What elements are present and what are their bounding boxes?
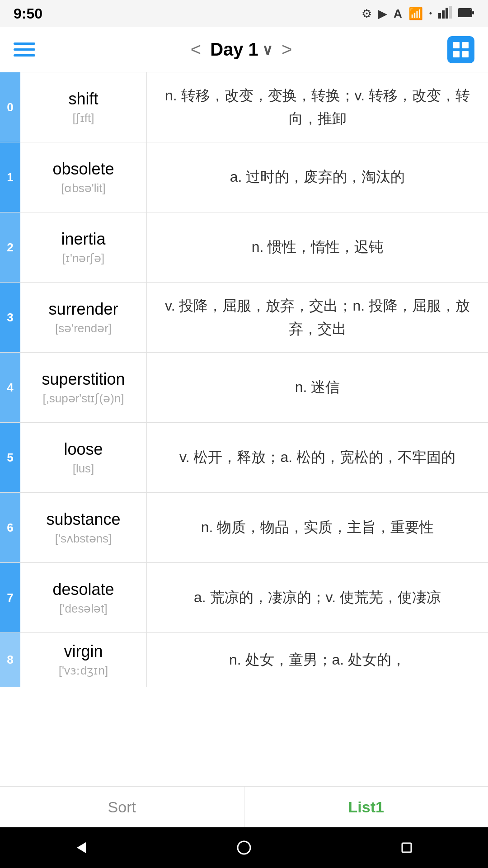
word-english-5: loose bbox=[64, 440, 103, 459]
svg-rect-3 bbox=[449, 6, 452, 19]
row-index-4: 4 bbox=[0, 353, 20, 422]
word-phonetic-3: [sə'rendər] bbox=[55, 321, 112, 335]
word-phonetic-8: ['vɜːdʒɪn] bbox=[59, 664, 108, 678]
word-phonetic-5: [lus] bbox=[73, 462, 94, 476]
tab-row: Sort List1 bbox=[0, 787, 488, 827]
table-row[interactable]: 5 loose [lus] v. 松开，释放；a. 松的，宽松的，不牢固的 bbox=[0, 423, 488, 493]
word-cell-1: obsolete [ɑbsə'lit] bbox=[20, 142, 147, 212]
table-row[interactable]: 3 surrender [sə'rendər] v. 投降，屈服，放弃，交出；n… bbox=[0, 283, 488, 353]
nav-center: < Day 1 ∨ > bbox=[186, 39, 296, 60]
row-index-0: 0 bbox=[0, 72, 20, 142]
word-phonetic-2: [ɪ'nərʃə] bbox=[62, 251, 105, 265]
status-icons: ⚙ ▶ A 📶 • bbox=[361, 6, 474, 22]
svg-rect-7 bbox=[453, 42, 460, 48]
svg-rect-1 bbox=[442, 10, 445, 19]
table-row[interactable]: 1 obsolete [ɑbsə'lit] a. 过时的，废弃的，淘汰的 bbox=[0, 142, 488, 212]
table-row[interactable]: 2 inertia [ɪ'nərʃə] n. 惯性，惰性，迟钝 bbox=[0, 212, 488, 283]
battery-icon bbox=[458, 7, 474, 21]
back-button[interactable] bbox=[68, 834, 95, 861]
play-icon: ▶ bbox=[378, 7, 387, 21]
word-definition-1: a. 过时的，废弃的，淘汰的 bbox=[147, 142, 488, 212]
status-time: 9:50 bbox=[14, 5, 42, 22]
grid-view-button[interactable] bbox=[447, 36, 474, 63]
word-phonetic-7: ['desələt] bbox=[59, 602, 107, 616]
row-index-6: 6 bbox=[0, 493, 20, 562]
nav-title: Day 1 ∨ bbox=[210, 39, 272, 60]
row-index-8: 8 bbox=[0, 633, 20, 687]
word-definition-7: a. 荒凉的，凄凉的；v. 使荒芜，使凄凉 bbox=[147, 563, 488, 632]
list1-tab[interactable]: List1 bbox=[244, 787, 488, 827]
signal-icon bbox=[438, 6, 452, 22]
wifi-icon: 📶 bbox=[408, 7, 423, 21]
next-button[interactable]: > bbox=[277, 39, 296, 60]
word-english-6: substance bbox=[46, 510, 120, 529]
word-cell-8: virgin ['vɜːdʒɪn] bbox=[20, 633, 147, 687]
row-index-2: 2 bbox=[0, 212, 20, 282]
prev-button[interactable]: < bbox=[186, 39, 206, 60]
home-button[interactable] bbox=[230, 834, 258, 861]
table-row[interactable]: 8 virgin ['vɜːdʒɪn] n. 处女，童男；a. 处女的， bbox=[0, 633, 488, 687]
svg-rect-8 bbox=[462, 42, 469, 48]
row-index-5: 5 bbox=[0, 423, 20, 492]
word-cell-5: loose [lus] bbox=[20, 423, 147, 492]
word-definition-2: n. 惯性，惰性，迟钝 bbox=[147, 212, 488, 282]
svg-rect-5 bbox=[459, 9, 471, 16]
svg-rect-10 bbox=[462, 51, 469, 57]
word-definition-8: n. 处女，童男；a. 处女的， bbox=[147, 633, 488, 687]
word-cell-6: substance ['sʌbstəns] bbox=[20, 493, 147, 562]
svg-marker-11 bbox=[77, 842, 86, 853]
word-phonetic-1: [ɑbsə'lit] bbox=[61, 181, 106, 195]
word-cell-4: superstition [ˌsupər'stɪʃ(ə)n] bbox=[20, 353, 147, 422]
font-icon: A bbox=[394, 7, 402, 21]
word-english-1: obsolete bbox=[52, 160, 114, 179]
dot-icon: • bbox=[429, 9, 432, 19]
word-cell-2: inertia [ɪ'nərʃə] bbox=[20, 212, 147, 282]
svg-rect-2 bbox=[446, 8, 448, 19]
word-definition-4: n. 迷信 bbox=[147, 353, 488, 422]
svg-rect-9 bbox=[453, 51, 460, 57]
menu-button[interactable] bbox=[14, 42, 35, 57]
svg-rect-13 bbox=[402, 843, 411, 852]
word-phonetic-6: ['sʌbstəns] bbox=[55, 532, 112, 546]
word-english-7: desolate bbox=[52, 580, 114, 599]
row-index-1: 1 bbox=[0, 142, 20, 212]
word-phonetic-4: [ˌsupər'stɪʃ(ə)n] bbox=[43, 392, 124, 406]
gear-icon: ⚙ bbox=[361, 7, 372, 21]
row-index-7: 7 bbox=[0, 563, 20, 632]
bottom-bar: Sort List1 bbox=[0, 786, 488, 868]
word-english-8: virgin bbox=[64, 642, 103, 661]
table-row[interactable]: 0 shift [ʃɪft] n. 转移，改变，变换，转换；v. 转移，改变，转… bbox=[0, 72, 488, 142]
sort-tab[interactable]: Sort bbox=[0, 787, 244, 827]
word-definition-5: v. 松开，释放；a. 松的，宽松的，不牢固的 bbox=[147, 423, 488, 492]
word-cell-7: desolate ['desələt] bbox=[20, 563, 147, 632]
word-english-3: surrender bbox=[48, 300, 118, 319]
word-english-2: inertia bbox=[61, 230, 105, 249]
row-index-3: 3 bbox=[0, 283, 20, 352]
table-row[interactable]: 7 desolate ['desələt] a. 荒凉的，凄凉的；v. 使荒芜，… bbox=[0, 563, 488, 633]
chevron-down-icon: ∨ bbox=[262, 41, 272, 58]
word-definition-0: n. 转移，改变，变换，转换；v. 转移，改变，转向，推卸 bbox=[147, 72, 488, 142]
android-nav-bar bbox=[0, 827, 488, 868]
svg-rect-6 bbox=[472, 11, 474, 14]
word-cell-3: surrender [sə'rendər] bbox=[20, 283, 147, 352]
table-row[interactable]: 4 superstition [ˌsupər'stɪʃ(ə)n] n. 迷信 bbox=[0, 353, 488, 423]
word-cell-0: shift [ʃɪft] bbox=[20, 72, 147, 142]
word-definition-6: n. 物质，物品，实质，主旨，重要性 bbox=[147, 493, 488, 562]
table-row[interactable]: 6 substance ['sʌbstəns] n. 物质，物品，实质，主旨，重… bbox=[0, 493, 488, 563]
recents-button[interactable] bbox=[393, 834, 420, 861]
word-list: 0 shift [ʃɪft] n. 转移，改变，变换，转换；v. 转移，改变，转… bbox=[0, 72, 488, 687]
svg-point-12 bbox=[238, 841, 250, 854]
svg-rect-0 bbox=[438, 13, 441, 19]
nav-bar: < Day 1 ∨ > bbox=[0, 27, 488, 72]
word-english-0: shift bbox=[68, 90, 98, 108]
status-bar: 9:50 ⚙ ▶ A 📶 • bbox=[0, 0, 488, 27]
word-phonetic-0: [ʃɪft] bbox=[73, 111, 94, 125]
word-definition-3: v. 投降，屈服，放弃，交出；n. 投降，屈服，放弃，交出 bbox=[147, 283, 488, 352]
word-english-4: superstition bbox=[42, 370, 125, 389]
